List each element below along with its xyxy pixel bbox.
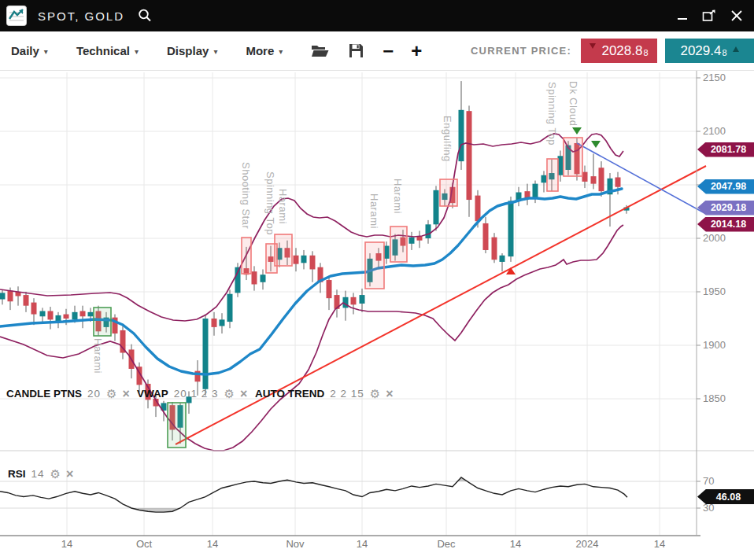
candle-body	[508, 201, 514, 256]
open-folder-icon[interactable]	[311, 43, 330, 58]
candle-body	[467, 111, 472, 200]
title-bar: SPOT, GOLD	[0, 0, 754, 31]
menu-technical[interactable]: Technical ▾	[76, 44, 139, 57]
candle-body	[24, 295, 29, 306]
candle-body	[310, 256, 316, 270]
price-chart[interactable]: 14Oct14Nov14Dec1420241421502100200019501…	[0, 0, 754, 560]
indicator-legend-vwap: VWAP 20 1 2 3 ⚙ ×	[137, 388, 247, 400]
zoom-in-button[interactable]: +	[411, 43, 422, 59]
bullish-pattern-box	[94, 308, 111, 336]
close-icon[interactable]: ×	[66, 469, 73, 480]
gear-icon[interactable]: ⚙	[106, 389, 116, 400]
candle-body	[301, 256, 307, 263]
triangle-down-signal-icon	[591, 141, 601, 148]
bearish-pattern-box	[564, 138, 582, 176]
popout-button[interactable]	[702, 9, 716, 22]
candle-body	[80, 311, 86, 316]
candle-body	[72, 312, 78, 320]
indicator-params: 14	[31, 468, 45, 480]
bearish-pattern-box	[275, 234, 292, 266]
current-price-label: CURRENT PRICE:	[471, 45, 571, 57]
bearish-pattern-box	[242, 238, 251, 274]
candle-body	[500, 256, 505, 262]
auto-trend-resistance	[577, 143, 706, 214]
close-window-button[interactable]	[730, 9, 743, 22]
app-logo-icon	[6, 6, 27, 26]
window-title: SPOT, GOLD	[38, 9, 124, 23]
candle-body	[40, 311, 46, 316]
indicator-params: 2 2 15	[330, 388, 364, 400]
candle-body	[64, 315, 69, 319]
candle-body	[360, 295, 365, 304]
search-icon[interactable]	[137, 8, 153, 24]
candle-body	[8, 291, 13, 302]
gear-icon[interactable]: ⚙	[370, 389, 380, 400]
bearish-pattern-box	[390, 227, 407, 262]
candle-body	[203, 319, 209, 389]
indicator-name: VWAP	[137, 388, 168, 400]
candle-body	[212, 319, 217, 327]
gear-icon[interactable]: ⚙	[50, 469, 61, 480]
indicator-legend-auto-trend: AUTO TREND 2 2 15 ⚙ ×	[255, 388, 394, 400]
bollinger-upper-band	[0, 134, 623, 321]
candle-body	[483, 223, 489, 250]
gear-icon[interactable]: ⚙	[224, 389, 235, 400]
indicator-name: RSI	[8, 468, 26, 480]
candle-body	[599, 168, 604, 191]
candle-body	[294, 256, 299, 264]
bearish-pattern-box	[547, 159, 558, 191]
zoom-out-button[interactable]: −	[383, 43, 394, 59]
candle-body	[541, 175, 547, 183]
bearish-pattern-box	[365, 242, 384, 289]
indicator-name: CANDLE PTNS	[6, 388, 82, 400]
candle-body	[409, 238, 415, 244]
close-icon[interactable]: ×	[386, 389, 393, 400]
candle-body	[220, 319, 225, 326]
rsi-value-badge: 46.08	[697, 489, 754, 504]
rsi-line	[0, 477, 627, 512]
window-controls	[677, 9, 743, 22]
chevron-down-icon: ▾	[44, 47, 48, 56]
save-icon[interactable]	[349, 43, 364, 58]
candle-body	[591, 176, 597, 184]
minimize-button[interactable]	[677, 10, 688, 21]
candle-body	[48, 311, 54, 319]
candle-body	[351, 297, 357, 305]
close-icon[interactable]: ×	[240, 389, 247, 400]
candle-body	[227, 294, 233, 322]
bid-price-badge: 2028.8 8	[581, 39, 657, 63]
auto-trend-support	[176, 166, 706, 444]
candle-body	[327, 280, 332, 298]
indicator-params: 20	[87, 388, 101, 400]
candle-body	[492, 238, 497, 260]
ask-price-badge: 2029.4 8	[665, 39, 754, 63]
candle-body	[31, 303, 37, 315]
bullish-pattern-box	[168, 403, 186, 448]
candle-body	[252, 271, 257, 284]
indicator-params: 20 1 2 3	[174, 388, 219, 400]
price-up-arrow-icon	[733, 43, 739, 52]
candle-body	[261, 274, 266, 282]
chart-canvas[interactable]	[0, 0, 754, 560]
candle-body	[426, 224, 431, 238]
menu-display[interactable]: Display ▾	[167, 44, 217, 57]
candle-body	[88, 312, 94, 316]
indicator-legend-candle-ptns: CANDLE PTNS 20 ⚙ ×	[6, 388, 130, 400]
toolbar: Daily ▾ Technical ▾ Display ▾ More ▾ − +…	[0, 31, 754, 71]
chevron-down-icon: ▾	[135, 47, 139, 56]
candle-body	[475, 196, 481, 222]
chevron-down-icon: ▾	[279, 47, 283, 56]
bearish-pattern-box	[440, 179, 457, 206]
menu-daily[interactable]: Daily ▾	[11, 44, 48, 57]
indicator-legend-rsi: RSI 14 ⚙ ×	[8, 468, 73, 480]
chevron-down-icon: ▾	[213, 47, 217, 56]
price-down-arrow-icon	[590, 43, 596, 52]
candle-body	[533, 184, 538, 198]
candle-body	[615, 177, 621, 186]
candle-body	[0, 293, 6, 299]
candle-body	[459, 110, 464, 161]
indicator-name: AUTO TREND	[255, 388, 324, 400]
menu-more[interactable]: More ▾	[246, 44, 283, 57]
candle-body	[434, 190, 439, 225]
close-icon[interactable]: ×	[123, 389, 130, 400]
